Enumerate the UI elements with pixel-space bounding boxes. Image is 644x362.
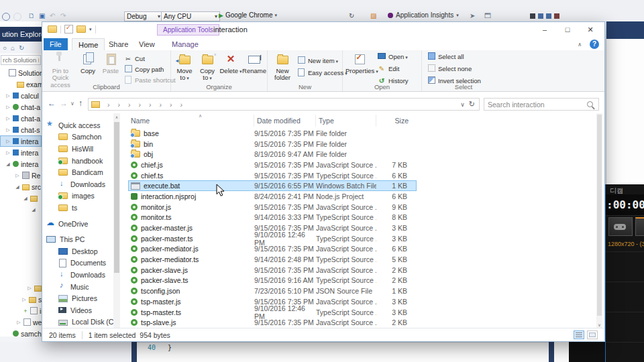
tree-expander-icon[interactable]: ▷ (5, 105, 11, 110)
vs-attach-icon[interactable]: ▨ (370, 12, 376, 19)
tree-expander-icon[interactable]: ▷ (5, 139, 11, 144)
nav-item[interactable]: Quick access (42, 119, 121, 131)
solution-tree-item[interactable]: ▷ calcul (0, 90, 42, 101)
breadcrumb-bar[interactable]: ∨ ↻ (88, 98, 480, 111)
nav-item[interactable]: Desktop (42, 245, 121, 257)
breadcrumb-item[interactable] (156, 101, 166, 109)
vs-run-button[interactable]: ▶Google Chrome▾ (219, 11, 277, 19)
vs-new-project-icon[interactable]: 🗋 (28, 12, 35, 19)
solution-tree-item[interactable]: ▷ chat-a (0, 101, 42, 113)
recent-locations-chevron-icon[interactable]: ∨ (70, 101, 74, 107)
qat-properties-icon[interactable] (64, 25, 73, 34)
pin-to-quick-access-button[interactable]: Pin to Quick access (45, 52, 76, 83)
select-none-button[interactable]: Select none (427, 64, 472, 74)
scrollbar-thumb[interactable] (114, 122, 119, 273)
file-row[interactable]: monitor.ts 9/14/2016 3:33 PM TypeScript … (128, 213, 417, 223)
solution-tree-item[interactable]: ◢ (0, 204, 42, 215)
cut-button[interactable]: ✂ Cut (124, 54, 145, 64)
solution-explorer-search[interactable] (1, 55, 41, 65)
nav-item[interactable]: Music (42, 281, 121, 293)
nav-item[interactable]: images (42, 190, 121, 202)
file-row[interactable]: packer-mediator.js 9/15/2016 7:35 PM Jav… (128, 244, 417, 255)
solution-tree-item[interactable]: example (0, 78, 42, 90)
breadcrumb-item[interactable] (135, 101, 146, 109)
forward-button[interactable]: → (60, 99, 68, 108)
tree-expander-icon[interactable]: ◢ (23, 196, 28, 201)
help-button[interactable]: ? (590, 40, 599, 49)
tab-home[interactable]: Home (72, 38, 105, 50)
file-row[interactable]: chief.ts 9/15/2016 7:35 PM TypeScript So… (128, 170, 417, 181)
scroll-up-icon[interactable]: ∧ (113, 115, 120, 119)
nav-item[interactable]: Downloads (42, 269, 121, 281)
game-recording-mode-button[interactable] (608, 217, 633, 236)
solution-tree-item[interactable]: ▷ sty (0, 294, 42, 305)
file-row[interactable]: base 9/15/2016 7:35 PM File folder (128, 128, 417, 139)
nav-item[interactable]: OneDrive (42, 218, 121, 230)
paste-button[interactable]: Paste (100, 52, 121, 83)
nav-pane-scrollbar[interactable]: ∧ (113, 113, 120, 328)
vs-back-button[interactable] (2, 13, 10, 22)
screen-recording-mode-button[interactable] (635, 217, 644, 236)
file-list-scrollbar[interactable]: ∨ (596, 113, 602, 328)
vs-config-combo[interactable]: Debug▾ (124, 11, 163, 21)
nav-item[interactable]: Bandicam (42, 166, 121, 178)
new-item-button[interactable]: New item (297, 56, 338, 66)
solution-tree-item[interactable]: ▷ (0, 282, 42, 294)
copy-to-button[interactable]: ▫ Copy to (197, 52, 218, 83)
new-folder-button[interactable]: New folder (270, 52, 294, 83)
bandicam-menu-item[interactable] (606, 312, 644, 342)
rename-button[interactable]: Rename (242, 52, 266, 83)
vs-window-icon[interactable]: 🗔 (484, 12, 491, 19)
file-row[interactable]: tsp-slave.js 9/15/2016 7:35 PM JavaScrip… (128, 317, 417, 328)
bandicam-menu-item[interactable] (606, 342, 644, 362)
delete-button[interactable]: ✕ Delete (219, 52, 242, 83)
file-row[interactable]: obj 8/19/2016 9:47 AM File folder (128, 149, 417, 160)
nav-item[interactable]: Downloads (42, 178, 121, 190)
tab-share[interactable]: Share (103, 38, 134, 50)
solution-tree-item[interactable]: ▷ chat-s (0, 124, 42, 135)
se-sync-icon[interactable]: ⌂ (11, 44, 15, 52)
bandicam-menu-item[interactable] (606, 251, 644, 282)
tree-expander-icon[interactable]: ▷ (27, 286, 32, 291)
explorer-title-bar[interactable]: ▾ Application Tools interaction – □ ✕ (42, 22, 604, 38)
close-button[interactable]: ✕ (580, 23, 600, 36)
tab-file[interactable]: File (44, 38, 68, 50)
edit-button[interactable]: ✎ Edit (378, 64, 399, 74)
qat-customize-chevron-icon[interactable]: ▾ (89, 27, 92, 32)
breadcrumb-item[interactable] (124, 101, 135, 109)
file-row[interactable]: packer-mediator.ts 9/14/2016 2:48 PM Typ… (128, 254, 417, 265)
address-dropdown-chevron-icon[interactable]: ∨ (460, 101, 465, 108)
search-input[interactable] (484, 101, 587, 109)
vs-refresh-icon[interactable]: ↻ (349, 12, 354, 19)
bandicam-menu-item[interactable] (606, 282, 644, 312)
nav-item[interactable]: handbook (42, 155, 121, 167)
nav-item[interactable]: Documents (42, 257, 121, 269)
solution-tree-item[interactable]: ◢ intera (0, 158, 42, 170)
select-all-button[interactable]: Select all (427, 52, 464, 62)
vs-forward-button[interactable] (13, 13, 21, 22)
file-row[interactable]: tsp-master.ts 9/10/2016 12:46 PM TypeScr… (128, 307, 417, 318)
file-row[interactable]: bin 9/15/2016 7:35 PM File folder (128, 139, 417, 149)
easy-access-button[interactable]: Easy access (297, 68, 347, 78)
copy-button[interactable]: Copy (77, 52, 99, 83)
solution-tree-item[interactable]: ▷ Re (0, 170, 42, 181)
file-row[interactable]: monitor.js 9/15/2016 7:35 PM JavaScript … (128, 202, 417, 213)
scroll-down-icon[interactable]: ∨ (596, 322, 602, 327)
vs-application-insights-button[interactable]: Application Insights▾ (388, 11, 459, 19)
search-box[interactable] (484, 98, 599, 111)
qat-folder-icon[interactable] (48, 25, 57, 33)
nav-item[interactable]: Samchon (42, 131, 121, 143)
move-to-button[interactable]: ◂ Move to (174, 52, 195, 83)
back-button[interactable]: ← (48, 99, 56, 108)
vs-undo-icon[interactable]: ↶ (50, 12, 55, 19)
tree-expander-icon[interactable]: ▷ (5, 127, 11, 133)
collapse-ribbon-icon[interactable]: ∧ (578, 42, 582, 48)
solution-tree-item[interactable]: + inc (0, 305, 42, 316)
details-view-button[interactable] (574, 330, 584, 339)
file-row[interactable]: interaction.njsproj 8/24/2016 2:41 PM No… (128, 191, 417, 202)
tree-expander-icon[interactable]: ◢ (15, 184, 20, 190)
tree-expander-icon[interactable]: ◢ (31, 207, 36, 213)
nav-item[interactable]: Videos (42, 304, 121, 316)
column-header-date-modified[interactable]: Date modified (254, 115, 316, 127)
breadcrumb-item[interactable] (103, 101, 114, 109)
